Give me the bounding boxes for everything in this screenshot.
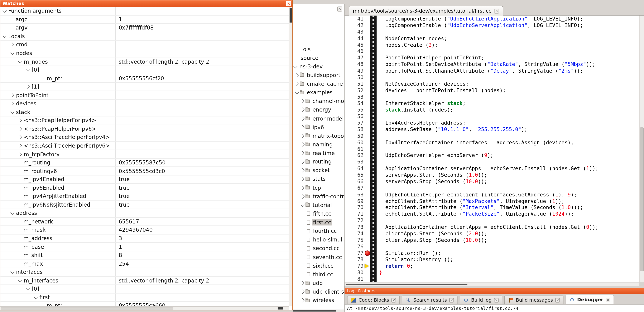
collapse-icon[interactable] xyxy=(34,295,38,299)
watch-row[interactable]: nodes xyxy=(0,49,289,57)
line-number[interactable]: 74 xyxy=(345,230,366,237)
code-line-49[interactable]: pointToPoint.SetChannelAttribute ("Delay… xyxy=(379,68,639,74)
tree-item-udp-client-ser[interactable]: udp-client-ser xyxy=(293,288,344,296)
tree-item-ns-3-dev[interactable]: ns-3-dev xyxy=(293,62,344,71)
collapse-icon[interactable] xyxy=(294,64,298,68)
code-line-61[interactable] xyxy=(379,146,639,152)
watch-row[interactable]: m_routingv60x5555555cd3c0 xyxy=(0,167,289,175)
breakpoint-gutter[interactable] xyxy=(366,15,370,282)
line-number[interactable]: 55 xyxy=(345,107,366,113)
code-line-76[interactable] xyxy=(379,243,639,250)
code-line-62[interactable]: UdpEchoServerHelper echoServer (9); xyxy=(379,152,639,159)
code-line-59[interactable] xyxy=(379,133,639,139)
editor-tab-first-cc[interactable]: mnt/dev/tools/source/ns-3-dev/examples/t… xyxy=(349,6,503,15)
line-number[interactable]: 59 xyxy=(345,133,366,139)
watch-row[interactable]: m_interfacesstd::vector of length 2, cap… xyxy=(0,277,289,285)
line-number[interactable]: 62 xyxy=(345,152,366,159)
code-line-64[interactable]: ApplicationContainer serverApps = echoSe… xyxy=(379,165,639,172)
watch-row[interactable]: m_shift8 xyxy=(0,251,289,260)
collapse-icon[interactable] xyxy=(301,203,305,207)
close-icon[interactable]: ✕ xyxy=(494,8,499,13)
close-icon[interactable]: × xyxy=(606,298,610,302)
watch-row[interactable]: m_ipv6Enabledtrue xyxy=(0,184,289,192)
line-number[interactable]: 44 xyxy=(345,35,366,42)
logs-header[interactable]: Logs & others xyxy=(345,288,644,294)
breakpoint-icon[interactable] xyxy=(365,251,370,256)
editor-vertical-scrollbar[interactable] xyxy=(639,15,644,282)
line-number[interactable]: 81 xyxy=(345,276,366,282)
code-line-60[interactable]: Ipv4InterfaceContainer interfaces = addr… xyxy=(379,139,639,146)
line-number[interactable]: 79 xyxy=(345,263,366,270)
close-icon[interactable]: × xyxy=(555,298,560,303)
expand-icon[interactable] xyxy=(300,134,304,138)
watch-row[interactable]: m_base1 xyxy=(0,243,289,251)
expand-icon[interactable] xyxy=(10,102,14,106)
tree-item-seventh-cc[interactable]: seventh.cc xyxy=(293,253,344,261)
collapse-icon[interactable] xyxy=(295,90,299,94)
tree-item-second-cc[interactable]: second.cc xyxy=(293,244,344,253)
tree-item-realtime[interactable]: realtime xyxy=(293,149,344,157)
collapse-icon[interactable] xyxy=(10,51,14,55)
code-line-44[interactable]: NodeContainer nodes; xyxy=(379,35,639,42)
expand-icon[interactable] xyxy=(18,152,22,156)
code-line-57[interactable]: Ipv4AddressHelper address; xyxy=(379,120,639,126)
watch-row[interactable]: [0] xyxy=(0,285,289,294)
scrollbar-thumb[interactable] xyxy=(640,128,644,271)
code-line-66[interactable]: serverApps.Stop (Seconds (10.0)); xyxy=(379,178,639,185)
tree-item-examples[interactable]: examples xyxy=(293,88,344,97)
scrollbar-thumb[interactable] xyxy=(346,284,467,285)
watch-row[interactable]: first xyxy=(0,294,289,302)
line-number[interactable]: 46 xyxy=(345,48,366,55)
watch-row[interactable]: m_nodesstd::vector of length 2, capacity… xyxy=(0,57,289,66)
line-number[interactable]: 78 xyxy=(345,256,366,263)
expand-icon[interactable] xyxy=(295,82,299,86)
tree-item-tcp[interactable]: tcp xyxy=(293,184,344,192)
line-number[interactable]: 47 xyxy=(345,55,366,61)
expand-icon[interactable] xyxy=(300,160,304,164)
line-number[interactable]: 72 xyxy=(345,217,366,224)
tree-item-energy[interactable]: energy xyxy=(293,106,344,114)
tree-item-matrix-topolo[interactable]: matrix-topolo xyxy=(293,132,344,140)
code-line-65[interactable]: serverApps.Start (Seconds (1.0)); xyxy=(379,172,639,178)
code-line-73[interactable]: ApplicationContainer clientApps = echoCl… xyxy=(379,224,639,230)
watches-vertical-scrollbar[interactable] xyxy=(289,7,292,306)
tree-item-channel-mod[interactable]: channel-mod xyxy=(293,97,344,105)
logs-tab-code-blocks[interactable]: Code::Blocks× xyxy=(347,296,400,304)
expand-icon[interactable] xyxy=(18,127,22,131)
close-icon[interactable]: × xyxy=(449,298,454,303)
tree-item-source[interactable]: source xyxy=(293,54,344,62)
line-number[interactable]: 48 xyxy=(345,61,366,68)
expand-icon[interactable] xyxy=(18,144,22,148)
collapse-icon[interactable] xyxy=(10,270,14,274)
tree-item-routing[interactable]: routing xyxy=(293,158,344,166)
expand-icon[interactable] xyxy=(300,290,304,294)
line-number[interactable]: 80 xyxy=(345,270,366,276)
watch-row[interactable]: [0] xyxy=(0,66,289,74)
collapse-icon[interactable] xyxy=(26,68,30,72)
code-line-69[interactable]: echoClient.SetAttribute ("MaxPackets", U… xyxy=(379,198,639,204)
line-number[interactable]: 66 xyxy=(345,178,366,185)
logs-tab-debugger[interactable]: ⚙Debugger× xyxy=(566,295,614,304)
watches-horizontal-scrollbar[interactable] xyxy=(0,306,289,310)
line-number[interactable]: 51 xyxy=(345,81,366,87)
watch-row[interactable]: argc1 xyxy=(0,15,289,24)
code-line-67[interactable] xyxy=(379,185,639,191)
logs-tab-build-messages[interactable]: Build messages× xyxy=(504,296,564,304)
expand-icon[interactable] xyxy=(300,125,304,129)
code-line-79[interactable]: return 0; xyxy=(379,263,639,270)
expand-icon[interactable] xyxy=(300,298,304,303)
expand-icon[interactable] xyxy=(10,42,14,47)
tree-item-stats[interactable]: stats xyxy=(293,175,344,183)
line-number[interactable]: 61 xyxy=(345,146,366,152)
code-line-74[interactable]: clientApps.Start (Seconds (2.0)); xyxy=(379,230,639,237)
scrollbar-grip[interactable] xyxy=(278,307,283,310)
line-number[interactable]: 67 xyxy=(345,185,366,191)
line-number[interactable]: 70 xyxy=(345,204,366,211)
code-line-58[interactable]: address.SetBase ("10.1.1.0", "255.255.25… xyxy=(379,126,639,133)
line-number[interactable]: 52 xyxy=(345,87,366,94)
watch-row[interactable]: m_max254 xyxy=(0,260,289,268)
tree-item-sixth-cc[interactable]: sixth.cc xyxy=(293,262,344,270)
watch-row[interactable]: address xyxy=(0,209,289,217)
scrollbar-thumb[interactable] xyxy=(1,307,173,310)
tree-item-traffic-contro[interactable]: traffic-contro xyxy=(293,192,344,201)
